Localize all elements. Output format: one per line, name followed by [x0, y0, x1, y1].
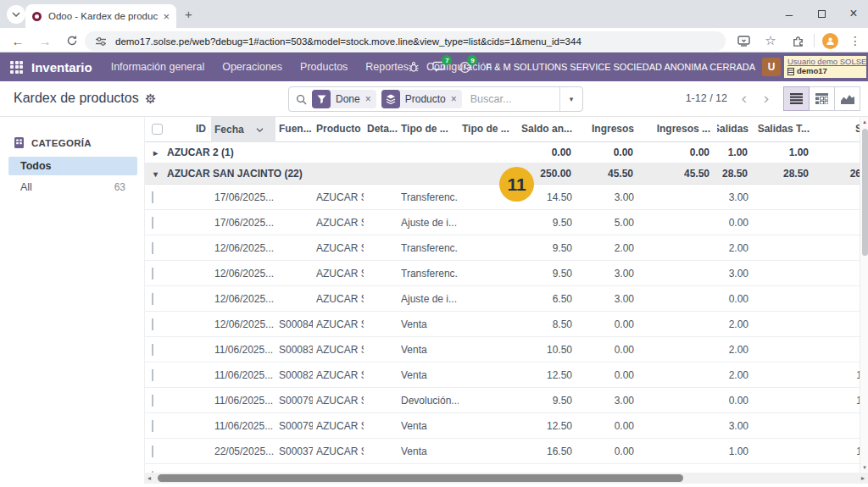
- row-checkbox[interactable]: [152, 445, 153, 457]
- back-button[interactable]: [8, 31, 27, 50]
- search-options-dropdown[interactable]: [559, 87, 582, 111]
- table-row[interactable]: 12/06/2025... AZUCAR S... Transferenc...…: [145, 235, 868, 261]
- row-checkbox[interactable]: [152, 268, 153, 279]
- menu-productos[interactable]: Productos: [300, 61, 348, 73]
- bookmark-button[interactable]: [761, 31, 780, 50]
- row-checkbox[interactable]: [152, 242, 153, 254]
- list-view-button[interactable]: [783, 86, 810, 111]
- browser-menu-button[interactable]: [846, 31, 865, 50]
- messages-button[interactable]: 7: [430, 58, 448, 76]
- cell-tipo-1: Devolución...: [398, 395, 459, 407]
- column-header-ingresos[interactable]: Ingresos: [579, 117, 641, 141]
- column-header-saldo[interactable]: Saldo an...: [509, 117, 579, 141]
- column-header-salidas[interactable]: Salidas: [717, 117, 755, 141]
- user-avatar[interactable]: U: [762, 58, 781, 76]
- gear-icon[interactable]: [145, 93, 156, 104]
- profile-button[interactable]: [821, 31, 839, 50]
- pager-next-button[interactable]: [756, 88, 776, 108]
- row-checkbox[interactable]: [152, 344, 153, 356]
- user-menu[interactable]: Usuario demo SOLSE demo17: [784, 56, 866, 78]
- apps-menu-icon[interactable]: [10, 61, 23, 74]
- vertical-scrollbar-thumb[interactable]: [862, 129, 868, 256]
- group-salidas-total: 1.00: [754, 147, 815, 158]
- collapse-group-icon[interactable]: [153, 169, 162, 179]
- row-checkbox[interactable]: [152, 293, 153, 305]
- page-title[interactable]: Kardex de productos: [14, 91, 139, 106]
- table-row[interactable]: 12/06/2025... AZUCAR S... Ajuste de i...…: [145, 286, 868, 312]
- table-row[interactable]: 22/05/2025... S00035 AZUCAR S... Venta 1…: [145, 464, 868, 473]
- scroll-up-icon[interactable]: [860, 119, 868, 125]
- row-checkbox[interactable]: [152, 420, 153, 432]
- filter-facet-done[interactable]: Done: [312, 90, 376, 108]
- tab-close-icon[interactable]: [163, 10, 170, 23]
- tab-search-button[interactable]: [7, 5, 25, 24]
- search-bar[interactable]: Done Producto Buscar...: [288, 86, 583, 112]
- pager-range: 1-12 / 12: [653, 92, 727, 104]
- scroll-down-icon[interactable]: [860, 464, 868, 471]
- row-checkbox[interactable]: [152, 318, 153, 330]
- search-placeholder[interactable]: Buscar...: [470, 93, 512, 105]
- pivot-view-button[interactable]: [809, 86, 835, 111]
- new-tab-button[interactable]: [185, 7, 192, 21]
- column-header-tipo-1[interactable]: Tipo de ...: [398, 117, 459, 141]
- horizontal-scrollbar[interactable]: [144, 473, 868, 484]
- row-checkbox[interactable]: [152, 395, 153, 407]
- row-checkbox[interactable]: [152, 369, 153, 381]
- select-all-checkbox[interactable]: [152, 124, 163, 135]
- save-share-button[interactable]: [734, 31, 753, 50]
- remove-facet-icon[interactable]: [451, 93, 457, 105]
- column-header-id[interactable]: ID: [170, 117, 211, 141]
- window-maximize-button[interactable]: [809, 3, 834, 24]
- column-header-fecha[interactable]: Fecha: [211, 117, 275, 142]
- database-icon: [787, 68, 794, 75]
- column-header-tipo-2[interactable]: Tipo de ...: [459, 117, 509, 141]
- group-row-azucar-2[interactable]: AZUCAR 2 (1) 0.00 0.00 0.00 1.00 1.00: [145, 142, 868, 163]
- reload-button[interactable]: [63, 31, 81, 50]
- scroll-right-icon[interactable]: [858, 473, 868, 484]
- menu-informacion-general[interactable]: Información general: [111, 61, 204, 73]
- table-row[interactable]: 11/06/2025... S00079 AZUCAR S... Venta 1…: [145, 413, 868, 439]
- graph-view-button[interactable]: [834, 86, 860, 111]
- row-checkbox[interactable]: [152, 217, 153, 229]
- activities-button[interactable]: 9: [455, 58, 474, 76]
- table-row[interactable]: 11/06/2025... S00083 AZUCAR S... Venta 1…: [145, 337, 868, 362]
- remove-facet-icon[interactable]: [365, 93, 371, 105]
- cell-saldo: 9.50: [509, 395, 579, 407]
- sidebar-item-todos[interactable]: Todos: [8, 157, 137, 175]
- browser-tab[interactable]: Odoo - Kardex de productos: [25, 4, 176, 28]
- cell-producto: AZUCAR S...: [313, 318, 364, 330]
- column-header-salidas-total[interactable]: Salidas T...: [755, 117, 816, 141]
- row-checkbox[interactable]: [152, 191, 153, 203]
- sidebar-item-all[interactable]: All 63: [8, 178, 137, 196]
- table-row[interactable]: 17/06/2025... AZUCAR S... Ajuste de i...…: [145, 210, 868, 235]
- horizontal-scrollbar-thumb[interactable]: [158, 474, 683, 482]
- table-row[interactable]: 12/06/2025... AZUCAR S... Transferenc...…: [145, 261, 868, 286]
- groupby-facet-producto[interactable]: Producto: [381, 90, 462, 108]
- app-name[interactable]: Inventario: [31, 60, 92, 75]
- menu-reportes[interactable]: Reportes: [365, 61, 409, 73]
- menu-operaciones[interactable]: Operaciones: [222, 61, 282, 73]
- list-view-icon: [790, 93, 803, 104]
- pager-previous-button[interactable]: [734, 88, 754, 108]
- column-header-producto[interactable]: Producto: [313, 117, 364, 141]
- column-header-detalle[interactable]: Deta...: [364, 117, 398, 141]
- forward-button[interactable]: [36, 31, 54, 50]
- group-saldo: 0.00: [509, 147, 578, 158]
- table-row[interactable]: 11/06/2025... S00079 AZUCAR S... Devoluc…: [145, 388, 868, 413]
- scroll-left-icon[interactable]: [144, 474, 154, 482]
- profile-avatar: [822, 33, 838, 49]
- cell-saldo: 6.50: [509, 293, 579, 305]
- window-minimize-button[interactable]: [776, 3, 802, 24]
- table-row[interactable]: 22/05/2025... S00037 AZUCAR S... Venta 1…: [145, 439, 868, 464]
- expand-group-icon[interactable]: [153, 148, 162, 158]
- company-name[interactable]: F & M SOLUTIONS SERVICE SOCIEDAD ANONIMA…: [486, 62, 755, 72]
- table-row[interactable]: 12/06/2025... S00084 AZUCAR S... Venta 8…: [145, 312, 868, 337]
- column-header-ingresos-total[interactable]: Ingresos ...: [641, 117, 717, 141]
- table-row[interactable]: 11/06/2025... S00082 AZUCAR S... Venta 1…: [145, 362, 868, 388]
- column-header-fuente[interactable]: Fuen...: [275, 117, 313, 141]
- address-bar[interactable]: demo17.solse.pe/web?debug=1#action=503&m…: [85, 31, 726, 51]
- extensions-button[interactable]: [788, 31, 807, 50]
- debug-button[interactable]: [404, 58, 423, 76]
- window-close-button[interactable]: [841, 3, 866, 24]
- vertical-scrollbar[interactable]: [860, 117, 868, 473]
